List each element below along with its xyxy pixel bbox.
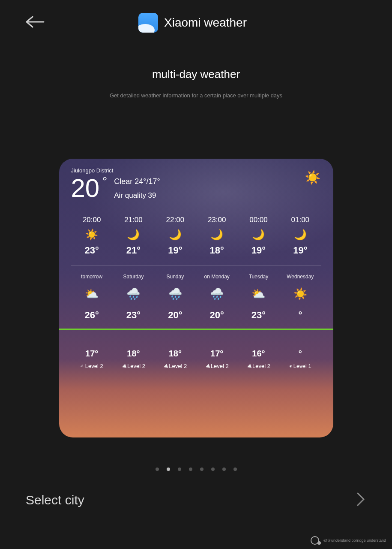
page-subtitle: multi-day weather — [0, 68, 392, 81]
daily-col-low: 17°<Level 2 — [71, 338, 113, 369]
hourly-temp: 23° — [71, 245, 113, 256]
daily-col-low: 16°◀Level 2 — [238, 338, 279, 369]
daily-col-low: °▾Level 1 — [279, 338, 321, 369]
hourly-col: 23:00🌙18° — [196, 216, 237, 256]
daily-day: on Monday — [196, 274, 237, 280]
hourly-temp: 19° — [238, 245, 279, 256]
watermark: @无understand porridge understand — [311, 536, 386, 545]
hourly-time: 01:00 — [279, 216, 321, 224]
pager-dot[interactable] — [167, 468, 170, 471]
hourly-icon: ☀️ — [71, 229, 113, 241]
weibo-icon — [311, 536, 321, 545]
daily-day: Wednesday — [279, 274, 321, 280]
current-temp: 20° — [71, 175, 100, 201]
wind-arrow-icon: ◀ — [162, 362, 168, 369]
hourly-temp: 19° — [154, 245, 196, 256]
hourly-icon: 🌙 — [279, 229, 321, 241]
daily-icon: ⛅ — [71, 287, 113, 300]
daily-low: 18° — [113, 349, 154, 359]
daily-low-row: 17°<Level 218°◀Level 218°◀Level 217°◀Lev… — [71, 338, 321, 369]
chevron-right-icon — [356, 492, 366, 509]
daily-row: tomorrow⛅26°Saturday🌧️23°Sunday🌧️20°on M… — [71, 274, 321, 321]
sun-icon: ☀️ — [305, 170, 320, 185]
daily-wind: ◀Level 2 — [238, 363, 279, 369]
page-description: Get detailed weather information for a c… — [0, 92, 392, 99]
app-title: Xiaomi weather — [164, 16, 247, 30]
daily-col: tomorrow⛅26° — [71, 274, 113, 321]
daily-wind: ◀Level 2 — [154, 363, 196, 369]
daily-low: 17° — [196, 349, 237, 359]
hourly-time: 00:00 — [238, 216, 279, 224]
hourly-col: 01:00🌙19° — [279, 216, 321, 256]
select-city-row[interactable]: Select city — [0, 492, 392, 509]
pager-dot[interactable] — [189, 468, 192, 471]
daily-day: tomorrow — [71, 274, 113, 280]
app-icon — [138, 13, 158, 33]
wind-arrow-icon: ◀ — [121, 362, 126, 369]
daily-wind: ▾Level 1 — [279, 363, 321, 369]
pager-dot[interactable] — [200, 468, 203, 471]
pager-dot[interactable] — [222, 468, 226, 471]
daily-col: on Monday🌧️20° — [196, 274, 237, 321]
daily-high: 23° — [113, 310, 154, 321]
pager-dot[interactable] — [211, 468, 215, 471]
hourly-time: 20:00 — [71, 216, 113, 224]
hourly-time: 23:00 — [196, 216, 237, 224]
daily-high: 20° — [196, 310, 237, 321]
hourly-col: 20:00☀️23° — [71, 216, 113, 256]
daily-col: Saturday🌧️23° — [113, 274, 154, 321]
pager-dot[interactable] — [156, 468, 159, 471]
wind-arrow-icon: ◀ — [246, 362, 251, 369]
chart-line — [59, 329, 333, 330]
hourly-row: 20:00☀️23°21:00🌙21°22:00🌙19°23:00🌙18°00:… — [71, 216, 321, 256]
daily-icon: 🌧️ — [113, 287, 154, 300]
daily-low: 17° — [71, 349, 113, 359]
wind-arrow-icon: ◀ — [204, 362, 210, 369]
daily-day: Sunday — [154, 274, 196, 280]
watermark-text: @无understand porridge understand — [323, 538, 386, 543]
pager-dot[interactable] — [233, 468, 237, 471]
daily-day: Saturday — [113, 274, 154, 280]
hourly-icon: 🌙 — [196, 229, 237, 241]
daily-low: ° — [279, 349, 321, 359]
air-quality-text: Air quality 39 — [114, 191, 160, 200]
district-label: Jiulongpo District — [71, 167, 321, 174]
degree-symbol: ° — [102, 175, 107, 187]
daily-high: 23° — [238, 310, 279, 321]
hourly-icon: 🌙 — [113, 229, 154, 241]
wind-arrow-icon: < — [80, 363, 84, 370]
daily-col: Tuesday⛅23° — [238, 274, 279, 321]
condition-text: Clear 24°/17° — [114, 177, 160, 186]
hourly-temp: 18° — [196, 245, 237, 256]
daily-col: Wednesday☀️° — [279, 274, 321, 321]
hourly-col: 22:00🌙19° — [154, 216, 196, 256]
daily-high: 26° — [71, 310, 113, 321]
daily-icon: 🌧️ — [196, 287, 237, 300]
select-city-label: Select city — [26, 493, 84, 507]
daily-high: ° — [279, 310, 321, 321]
daily-icon: ☀️ — [279, 287, 321, 300]
hourly-time: 21:00 — [113, 216, 154, 224]
daily-col-low: 18°◀Level 2 — [113, 338, 154, 369]
daily-low: 18° — [154, 349, 196, 359]
daily-low: 16° — [238, 349, 279, 359]
daily-col: Sunday🌧️20° — [154, 274, 196, 321]
hourly-col: 21:00🌙21° — [113, 216, 154, 256]
hourly-temp: 21° — [113, 245, 154, 256]
current-temp-value: 20 — [71, 174, 100, 202]
daily-col-low: 17°◀Level 2 — [196, 338, 237, 369]
daily-high: 20° — [154, 310, 196, 321]
daily-wind: ◀Level 2 — [113, 363, 154, 369]
daily-icon: ⛅ — [238, 287, 279, 300]
daily-wind: ◀Level 2 — [196, 363, 237, 369]
hourly-time: 22:00 — [154, 216, 196, 224]
daily-day: Tuesday — [238, 274, 279, 280]
page-indicator[interactable] — [0, 468, 392, 471]
hourly-icon: 🌙 — [238, 229, 279, 241]
hourly-col: 00:00🌙19° — [238, 216, 279, 256]
weather-card: Jiulongpo District 20° Clear 24°/17° Air… — [59, 159, 333, 437]
daily-wind: <Level 2 — [71, 363, 113, 369]
wind-arrow-icon: ▾ — [288, 363, 293, 369]
daily-icon: 🌧️ — [154, 287, 196, 300]
pager-dot[interactable] — [178, 468, 181, 471]
